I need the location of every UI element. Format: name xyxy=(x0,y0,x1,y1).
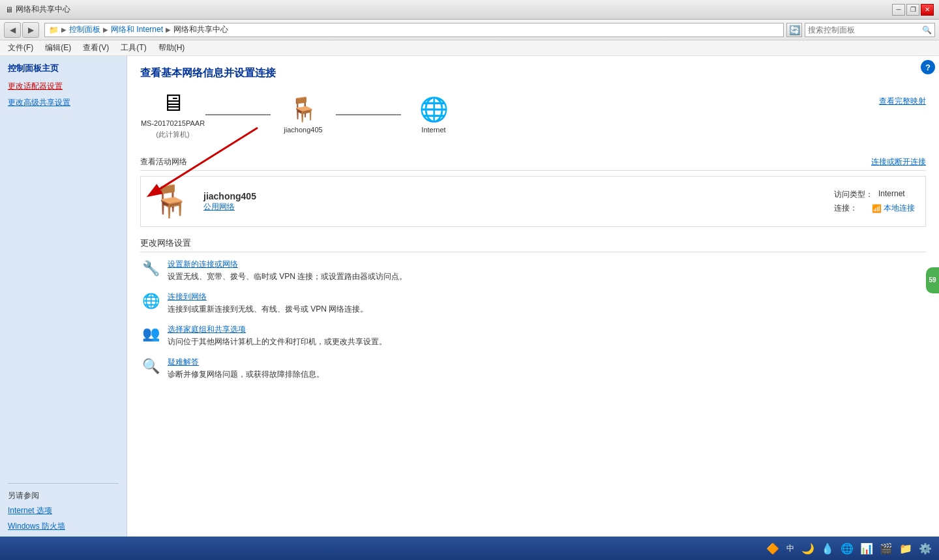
taskbar-text-zh[interactable]: 中 xyxy=(784,543,797,554)
internet-label: Internet xyxy=(421,126,445,134)
setting-desc-2: 访问位于其他网络计算机上的文件和打印机，或更改共享设置。 xyxy=(168,336,926,347)
active-network-box: 🪑 jiachong405 公用网络 访问类型： Internet 连接： 📶 … xyxy=(140,176,926,227)
internet-icon: 🌐 xyxy=(419,96,449,123)
minimize-button[interactable]: ─ xyxy=(892,4,905,16)
sidebar-top: 控制面板主页 更改适配器设置 更改高级共享设置 xyxy=(8,63,119,113)
help-icon[interactable]: ? xyxy=(921,60,935,74)
setting-desc-1: 连接到或重新连接到无线、有线、拨号或 VPN 网络连接。 xyxy=(168,304,926,315)
taskbar: 🔶 中 🌙 💧 🌐 📊 🎬 📁 ⚙️ xyxy=(0,537,939,560)
main-layout: 控制面板主页 更改适配器设置 更改高级共享设置 另请参阅 Internet 选项… xyxy=(0,56,939,560)
router-icon: 🪑 xyxy=(289,96,318,123)
forward-button[interactable]: ▶ xyxy=(22,22,39,38)
network-diagram: 🖥 MS-20170215PAAR (此计算机) 🪑 jiachong405 🌐… xyxy=(140,89,926,146)
change-network-title: 更改网络设置 xyxy=(140,237,926,252)
taskbar-icon-0[interactable]: 🔶 xyxy=(764,541,781,556)
router-label: jiachong405 xyxy=(284,126,322,134)
view-full-map-link[interactable]: 查看完整映射 xyxy=(879,96,926,107)
search-input[interactable] xyxy=(808,25,919,35)
computer-icon: 🖥 xyxy=(161,89,185,117)
address-bar: ◀ ▶ 📁 ▶ 控制面板 ▶ 网络和 Internet ▶ 网络和共享中心 🔄 … xyxy=(0,20,939,40)
connect-row: 连接： 📶 本地连接 xyxy=(834,203,915,214)
taskbar-icon-video[interactable]: 🎬 xyxy=(878,541,895,556)
network-detail: 访问类型： Internet 连接： 📶 本地连接 xyxy=(834,189,915,214)
connect-value-text: 本地连接 xyxy=(884,203,915,214)
setting-item-2: 👥 选择家庭组和共享选项 访问位于其他网络计算机上的文件和打印机，或更改共享设置… xyxy=(140,324,926,347)
setting-icon-0: 🔧 xyxy=(140,260,161,277)
taskbar-icon-water[interactable]: 💧 xyxy=(819,541,836,556)
taskbar-icon-folder[interactable]: 📁 xyxy=(897,541,914,556)
active-network-name: jiachong405 xyxy=(203,191,821,201)
setting-link-2[interactable]: 选择家庭组和共享选项 xyxy=(168,324,926,335)
setting-icon-1: 🌐 xyxy=(140,293,161,310)
nav-buttons: ◀ ▶ xyxy=(4,22,39,38)
setting-content-2: 选择家庭组和共享选项 访问位于其他网络计算机上的文件和打印机，或更改共享设置。 xyxy=(168,324,926,347)
taskbar-icon-network[interactable]: 🌐 xyxy=(839,541,856,556)
taskbar-icon-gear[interactable]: ⚙️ xyxy=(917,541,934,556)
setting-link-3[interactable]: 疑难解答 xyxy=(168,357,926,368)
sidebar-link-advanced[interactable]: 更改高级共享设置 xyxy=(8,97,119,108)
sidebar-link-firewall[interactable]: Windows 防火墙 xyxy=(8,521,119,532)
connect-label: 连接： xyxy=(834,203,867,214)
menu-bar: 文件(F) 编辑(E) 查看(V) 工具(T) 帮助(H) xyxy=(0,40,939,56)
menu-edit[interactable]: 编辑(E) xyxy=(40,41,76,55)
computer-sublabel: (此计算机) xyxy=(156,130,189,140)
setting-item-1: 🌐 连接到网络 连接到或重新连接到无线、有线、拨号或 VPN 网络连接。 xyxy=(140,291,926,315)
change-network-section: 更改网络设置 🔧 设置新的连接或网络 设置无线、宽带、拨号、临时或 VPN 连接… xyxy=(140,237,926,380)
access-type-value: Internet xyxy=(878,189,905,200)
restore-button[interactable]: ❐ xyxy=(906,4,919,16)
wifi-icon: 📶 xyxy=(872,204,882,213)
taskbar-icon-chart[interactable]: 📊 xyxy=(858,541,875,556)
setting-item-0: 🔧 设置新的连接或网络 设置无线、宽带、拨号、临时或 VPN 连接；或设置路由器… xyxy=(140,259,926,282)
setting-link-0[interactable]: 设置新的连接或网络 xyxy=(168,259,926,270)
breadcrumb-controlpanel[interactable]: 控制面板 xyxy=(69,24,100,35)
network-node-internet: 🌐 Internet xyxy=(401,96,466,134)
taskbar-icon-moon[interactable]: 🌙 xyxy=(799,541,816,556)
network-node-computer: 🖥 MS-20170215PAAR (此计算机) xyxy=(140,89,205,140)
setting-content-3: 疑难解答 诊断并修复网络问题，或获得故障排除信息。 xyxy=(168,357,926,380)
active-network-type-link[interactable]: 公用网络 xyxy=(203,202,235,211)
search-icon[interactable]: 🔍 xyxy=(922,25,932,35)
computer-label: MS-20170215PAAR xyxy=(141,119,205,127)
setting-icon-3: 🔍 xyxy=(140,358,161,375)
address-refresh-button[interactable]: 🔄 xyxy=(786,23,802,37)
search-box[interactable]: 🔍 xyxy=(805,23,935,37)
menu-view[interactable]: 查看(V) xyxy=(78,41,114,55)
title-bar: 🖥 网络和共享中心 ─ ❐ ✕ xyxy=(0,0,939,20)
breadcrumb-internet[interactable]: 网络和 Internet xyxy=(111,24,163,35)
setting-item-3: 🔍 疑难解答 诊断并修复网络问题，或获得故障排除信息。 xyxy=(140,357,926,380)
menu-help[interactable]: 帮助(H) xyxy=(153,41,190,55)
sidebar-title: 控制面板主页 xyxy=(8,63,119,74)
network-line-2 xyxy=(336,114,401,115)
active-network-section-label: 查看活动网络 连接或断开连接 xyxy=(140,156,926,171)
active-network-label-text: 查看活动网络 xyxy=(140,156,187,168)
title-bar-icon: 🖥 xyxy=(5,5,13,14)
sidebar-link-adapter[interactable]: 更改适配器设置 xyxy=(8,81,119,92)
connect-disconnect-link[interactable]: 连接或断开连接 xyxy=(871,156,926,168)
network-node-router: 🪑 jiachong405 xyxy=(271,96,336,134)
title-bar-text: 网络和共享中心 xyxy=(16,4,70,15)
title-bar-left: 🖥 网络和共享中心 xyxy=(5,4,70,15)
title-bar-controls: ─ ❐ ✕ xyxy=(892,4,934,16)
setting-link-1[interactable]: 连接到网络 xyxy=(168,291,926,302)
connect-value-link[interactable]: 📶 本地连接 xyxy=(872,203,915,214)
menu-tools[interactable]: 工具(T) xyxy=(115,41,151,55)
setting-content-0: 设置新的连接或网络 设置无线、宽带、拨号、临时或 VPN 连接；或设置路由器或访… xyxy=(168,259,926,282)
setting-content-1: 连接到网络 连接到或重新连接到无线、有线、拨号或 VPN 网络连接。 xyxy=(168,291,926,315)
menu-file[interactable]: 文件(F) xyxy=(3,41,38,55)
access-type-label: 访问类型： xyxy=(834,189,873,200)
content-area: ? 查看基本网络信息并设置连接 🖥 MS-20170215PAAR (此计算机)… xyxy=(127,56,939,560)
close-button[interactable]: ✕ xyxy=(921,4,934,16)
sidebar-also-title: 另请参阅 xyxy=(8,490,119,501)
content-title: 查看基本网络信息并设置连接 xyxy=(140,66,926,80)
sidebar: 控制面板主页 更改适配器设置 更改高级共享设置 另请参阅 Internet 选项… xyxy=(0,56,127,560)
network-line-1 xyxy=(205,114,271,115)
breadcrumb-current: 网络和共享中心 xyxy=(173,24,228,35)
network-info: jiachong405 公用网络 xyxy=(203,191,821,213)
breadcrumb-sep-start: 📁 xyxy=(49,25,59,35)
setting-desc-3: 诊断并修复网络问题，或获得故障排除信息。 xyxy=(168,369,926,380)
sidebar-link-internet-options[interactable]: Internet 选项 xyxy=(8,505,119,516)
green-circle-button[interactable]: 59 xyxy=(926,267,939,293)
address-breadcrumb[interactable]: 📁 ▶ 控制面板 ▶ 网络和 Internet ▶ 网络和共享中心 xyxy=(44,23,784,37)
active-network-icon: 🪑 xyxy=(151,183,190,220)
back-button[interactable]: ◀ xyxy=(4,22,21,38)
